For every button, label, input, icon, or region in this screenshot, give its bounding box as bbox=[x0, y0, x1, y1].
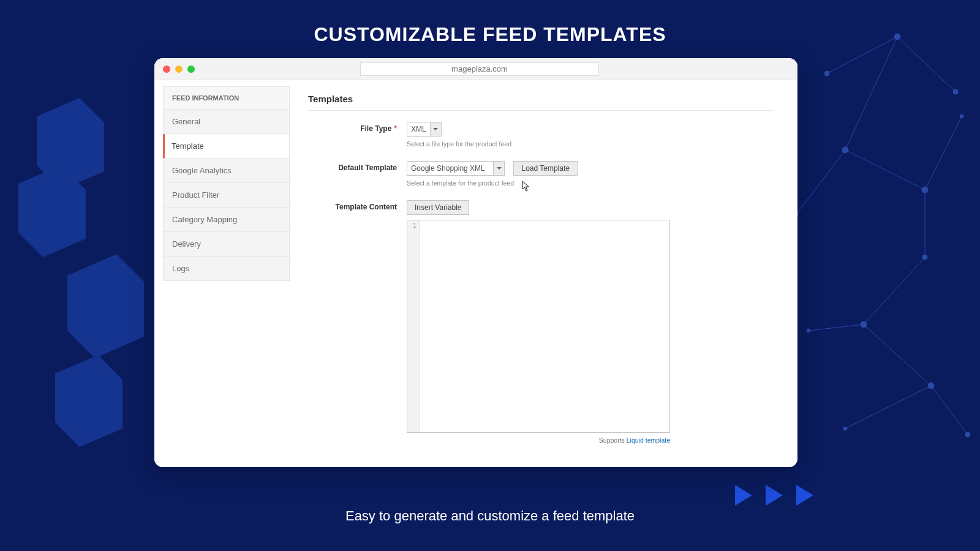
svg-marker-31 bbox=[796, 485, 813, 506]
maximize-icon[interactable] bbox=[187, 66, 195, 73]
file-type-label: File Type* bbox=[308, 122, 397, 148]
svg-point-12 bbox=[824, 71, 829, 76]
sidebar-item-template[interactable]: Template bbox=[163, 134, 290, 159]
sidebar-item-google-analytics[interactable]: Google Analytics bbox=[163, 159, 290, 183]
template-content-editor[interactable]: 1 bbox=[407, 220, 670, 433]
sidebar-item-product-filter[interactable]: Product Filter bbox=[163, 183, 290, 208]
load-template-button[interactable]: Load Template bbox=[513, 161, 578, 176]
svg-marker-26 bbox=[18, 165, 86, 257]
svg-line-4 bbox=[845, 150, 925, 190]
svg-point-14 bbox=[953, 89, 958, 94]
titlebar: mageplaza.com bbox=[154, 58, 797, 80]
supports-note: Supports Liquid template bbox=[407, 437, 670, 444]
svg-line-8 bbox=[809, 324, 864, 331]
sidebar: FEED INFORMATION General Template Google… bbox=[154, 80, 298, 467]
sidebar-header: FEED INFORMATION bbox=[163, 86, 290, 110]
sidebar-item-category-mapping[interactable]: Category Mapping bbox=[163, 208, 290, 232]
svg-marker-28 bbox=[55, 355, 123, 447]
svg-point-21 bbox=[807, 329, 810, 332]
svg-marker-27 bbox=[67, 254, 144, 358]
sidebar-item-general[interactable]: General bbox=[163, 110, 290, 134]
template-content-label: Template Content bbox=[308, 200, 397, 444]
minimize-icon[interactable] bbox=[175, 66, 183, 73]
svg-marker-30 bbox=[766, 485, 783, 506]
svg-point-20 bbox=[861, 321, 867, 328]
svg-line-10 bbox=[931, 386, 968, 435]
chevron-down-icon bbox=[430, 122, 441, 136]
default-template-label: Default Template bbox=[308, 161, 397, 187]
default-template-help: Select a template for the product feed bbox=[407, 179, 773, 187]
sidebar-item-logs[interactable]: Logs bbox=[163, 257, 290, 281]
svg-point-18 bbox=[960, 114, 963, 118]
close-icon[interactable] bbox=[163, 66, 170, 73]
hero-title: CUSTOMIZABLE FEED TEMPLATES bbox=[0, 0, 980, 46]
liquid-template-link[interactable]: Liquid template bbox=[627, 437, 670, 444]
svg-line-5 bbox=[925, 116, 962, 190]
svg-point-17 bbox=[922, 187, 928, 193]
svg-line-2 bbox=[845, 37, 897, 150]
svg-point-15 bbox=[842, 147, 848, 153]
svg-point-19 bbox=[922, 255, 927, 260]
hero-subtitle: Easy to generate and customize a feed te… bbox=[0, 508, 980, 524]
file-type-help: Select a file type for the product feed bbox=[407, 140, 773, 148]
insert-variable-button[interactable]: Insert Variable bbox=[407, 200, 469, 215]
default-template-select[interactable]: Google Shopping XML bbox=[407, 161, 505, 176]
svg-point-22 bbox=[928, 383, 934, 389]
file-type-select[interactable]: XML bbox=[407, 122, 442, 137]
svg-line-9 bbox=[864, 324, 931, 386]
section-title: Templates bbox=[308, 94, 773, 111]
svg-marker-29 bbox=[735, 485, 752, 506]
svg-line-7 bbox=[864, 257, 925, 324]
svg-marker-25 bbox=[37, 98, 104, 190]
url-bar[interactable]: mageplaza.com bbox=[360, 62, 599, 76]
svg-point-23 bbox=[965, 432, 970, 437]
svg-line-11 bbox=[845, 386, 931, 429]
sidebar-item-delivery[interactable]: Delivery bbox=[163, 232, 290, 257]
line-number: 1 bbox=[407, 220, 420, 432]
svg-point-24 bbox=[843, 427, 847, 430]
main-panel: Templates File Type* XML Select a file t… bbox=[298, 80, 797, 467]
svg-line-3 bbox=[796, 150, 845, 214]
chevron-down-icon bbox=[493, 162, 504, 175]
app-window: mageplaza.com FEED INFORMATION General T… bbox=[154, 58, 797, 467]
